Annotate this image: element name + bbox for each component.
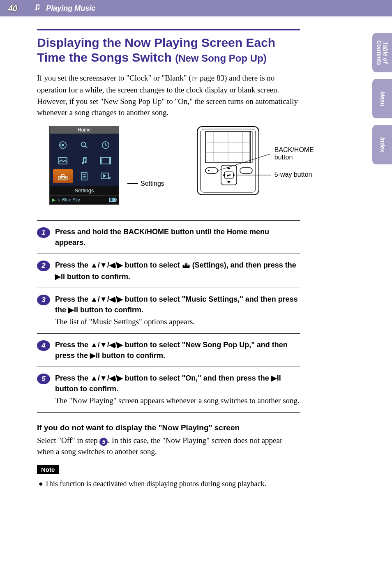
home-selected-label: Settings — [50, 186, 119, 195]
step-num-5: 5 — [37, 374, 50, 384]
status-music-note-icon: ♫ — [57, 197, 60, 202]
note-text: ● This function is deactivated when disp… — [37, 478, 300, 489]
intro-paragraph: If you set the screensaver to "Clock" or… — [37, 72, 300, 118]
step-1: 1 Press and hold the BACK/HOME button un… — [37, 220, 300, 254]
step-3-regular: The list of "Music Settings" options app… — [55, 316, 300, 328]
step-5-regular: The "Now Playing" screen appears wheneve… — [55, 395, 300, 406]
intro-a: If you set the screensaver to "Clock" or… — [37, 74, 191, 82]
step-4-text: Press the ▲/▼/◀/▶ button to select "New … — [55, 339, 300, 361]
svg-rect-31 — [182, 265, 189, 268]
svg-rect-23 — [205, 168, 218, 173]
header-bar: 40 Playing Music — [0, 0, 392, 16]
svg-rect-34 — [187, 265, 188, 266]
status-track: Blue Sky — [62, 197, 80, 202]
search-icon — [74, 138, 94, 152]
dpad-icon: ▲/▼/◀/▶ — [90, 374, 123, 382]
tab-table-of-contents[interactable]: Table of Contents — [372, 33, 392, 72]
dpad-icon: ▲/▼/◀/▶ — [90, 261, 123, 269]
photo-icon — [53, 154, 73, 168]
figure-row: Home Settings ▶ ♫ B — [37, 126, 300, 208]
step-num-1: 1 — [37, 227, 50, 238]
side-tabs: Table of Contents Menu Index — [372, 33, 392, 164]
svg-point-1 — [62, 144, 64, 146]
sub-heading: If you do not want to display the "Now P… — [37, 423, 300, 432]
sub-section: If you do not want to display the "Now P… — [37, 423, 300, 457]
note-label: Note — [37, 465, 59, 474]
home-screen-figure: Home Settings ▶ ♫ B — [49, 126, 119, 205]
dpad-icon: ▲/▼/◀/▶ — [90, 295, 123, 303]
step-2-text: Press the ▲/▼/◀/▶ button to select (Sett… — [55, 260, 300, 282]
section-title: Playing Music — [46, 4, 95, 13]
page-content: Displaying the Now Playing Screen Each T… — [0, 16, 337, 505]
svg-rect-32 — [185, 263, 187, 265]
svg-rect-8 — [58, 176, 67, 180]
settings-icon — [53, 169, 73, 183]
play-indicator-icon: ▶ — [52, 197, 55, 203]
step-num-2: 2 — [37, 261, 50, 271]
title-sub: (New Song Pop Up) — [175, 53, 267, 64]
sub-paragraph: Select "Off" in step 5. In this case, th… — [37, 435, 300, 457]
svg-rect-9 — [62, 175, 64, 176]
dpad-icon: ▲/▼/◀/▶ — [90, 341, 123, 349]
back-home-label-b: button — [274, 154, 314, 161]
step-list: 1 Press and hold the BACK/HOME button un… — [37, 220, 300, 413]
play-pause-icon: ▶II — [55, 272, 65, 281]
play-pause-icon: ▶II — [90, 351, 100, 360]
home-grid — [50, 134, 119, 186]
callout-line — [127, 183, 138, 184]
step-num-4: 4 — [37, 340, 50, 351]
step-5: 5 Press the ▲/▼/◀/▶ button to select "On… — [37, 367, 300, 413]
music-note-icon — [34, 4, 41, 13]
playlist-icon — [74, 169, 94, 183]
svg-point-24 — [208, 170, 210, 171]
now-playing-icon — [96, 169, 115, 183]
five-way-label: 5-way button — [274, 171, 312, 178]
title-rule — [37, 29, 300, 30]
pointer-icon: ☞ — [191, 74, 198, 84]
tab-menu[interactable]: Menu — [372, 79, 392, 118]
settings-callout: Settings — [127, 126, 164, 208]
fm-radio-icon — [53, 138, 73, 152]
note-block: Note ● This function is deactivated when… — [37, 465, 300, 489]
step-num-3: 3 — [37, 295, 50, 305]
bullet-icon: ● — [39, 480, 45, 488]
svg-rect-33 — [184, 265, 185, 266]
inline-step-5: 5 — [99, 438, 108, 446]
step-5-text: Press the ▲/▼/◀/▶ button to select "On,"… — [55, 373, 300, 394]
page-title: Displaying the Now Playing Screen Each T… — [37, 35, 300, 65]
step-3-text: Press the ▲/▼/◀/▶ button to select "Musi… — [55, 294, 300, 315]
battery-icon — [109, 198, 116, 202]
tab-index[interactable]: Index — [372, 125, 392, 164]
back-home-label-a: BACK/HOME — [274, 146, 314, 154]
step-4: 4 Press the ▲/▼/◀/▶ button to select "Ne… — [37, 333, 300, 367]
svg-point-2 — [81, 142, 86, 146]
svg-text:▶II: ▶II — [227, 174, 231, 177]
music-icon — [74, 154, 94, 168]
svg-rect-10 — [60, 177, 62, 178]
home-screen: Home Settings ▶ ♫ B — [49, 126, 119, 205]
settings-toolbox-icon — [182, 261, 190, 271]
device-svg: ▶II — [189, 126, 271, 196]
home-top-label: Home — [50, 126, 119, 134]
clock-icon — [96, 138, 115, 152]
play-pause-icon: ▶II — [271, 374, 281, 382]
svg-rect-11 — [64, 177, 66, 178]
home-status-bar: ▶ ♫ Blue Sky — [50, 195, 119, 204]
video-icon — [96, 154, 115, 168]
step-3: 3 Press the ▲/▼/◀/▶ button to select "Mu… — [37, 288, 300, 333]
svg-rect-28 — [240, 168, 252, 173]
step-2: 2 Press the ▲/▼/◀/▶ button to select (Se… — [37, 254, 300, 288]
intro-page-ref: page 83 — [198, 74, 224, 82]
page-number: 40 — [8, 4, 17, 13]
settings-callout-text: Settings — [141, 180, 164, 187]
device-figure: ▶II BACK/HOME button 5-way button — [189, 126, 271, 197]
step-1-text: Press and hold the BACK/HOME button unti… — [55, 226, 300, 248]
play-pause-icon: ▶II — [68, 306, 78, 314]
